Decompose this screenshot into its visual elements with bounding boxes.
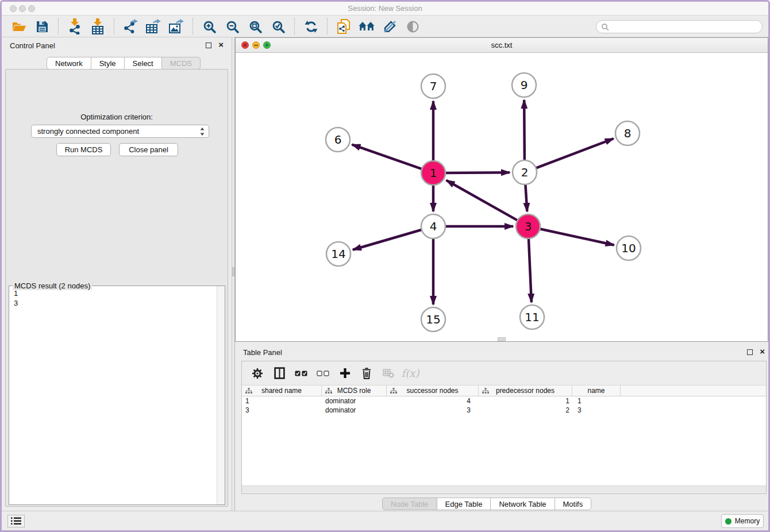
optimization-criterion-select[interactable]: strongly connected component <box>31 125 209 138</box>
control-panel-tabs: Network Style Select MCDS <box>47 57 201 70</box>
task-history-button[interactable] <box>7 515 25 527</box>
column-header-predecessor-nodes[interactable]: predecessor nodes <box>479 385 572 396</box>
tab-edge-table[interactable]: Edge Table <box>437 498 491 510</box>
import-table-button[interactable] <box>88 18 107 35</box>
cell-successor-nodes[interactable]: 4 <box>387 397 479 405</box>
refresh-layout-button[interactable] <box>301 18 321 35</box>
zoom-in-button[interactable] <box>199 18 219 35</box>
hierarchy-icon <box>482 388 489 396</box>
clone-network-icon <box>337 19 350 34</box>
graph-node-label: 7 <box>430 79 437 93</box>
graph-edge-2-9[interactable] <box>524 100 525 162</box>
graph-node-label: 6 <box>334 133 342 147</box>
delete-column-button[interactable] <box>358 365 375 382</box>
open-session-button[interactable] <box>9 18 29 35</box>
table-row[interactable]: 3 dominator 3 2 3 <box>242 406 766 415</box>
tab-style[interactable]: Style <box>91 57 125 70</box>
selected-option: strongly connected component <box>37 127 139 136</box>
annotation-pen-slash-icon <box>383 20 396 33</box>
deselect-all-columns-button[interactable] <box>314 365 332 382</box>
mcds-result-scrollbar[interactable] <box>217 286 225 504</box>
cell-name[interactable]: 3 <box>572 406 621 414</box>
tab-node-table[interactable]: Node Table <box>382 498 437 510</box>
cell-shared-name[interactable]: 3 <box>242 406 322 414</box>
cell-mcds-role[interactable]: dominator <box>322 397 387 405</box>
save-session-button[interactable] <box>32 18 52 35</box>
application-window: Session: New Session <box>0 0 770 532</box>
cell-name[interactable]: 1 <box>572 397 621 405</box>
cell-predecessor-nodes[interactable]: 1 <box>479 397 572 405</box>
save-icon <box>36 21 48 33</box>
cell-mcds-role[interactable]: dominator <box>322 406 387 414</box>
zoom-fit-button[interactable] <box>245 18 265 35</box>
run-mcds-button[interactable]: Run MCDS <box>56 143 111 156</box>
graph-edge-4-14[interactable] <box>353 229 424 250</box>
close-table-panel-icon[interactable]: × <box>760 346 765 357</box>
export-image-button[interactable] <box>167 18 186 35</box>
table-settings-button[interactable] <box>249 365 266 382</box>
mcds-result-text[interactable]: 1 3 <box>10 287 216 504</box>
export-table-button[interactable] <box>144 18 163 35</box>
zoom-selected-icon <box>272 20 285 33</box>
graph-edge-2-8[interactable] <box>534 138 614 168</box>
import-network-icon <box>68 18 82 34</box>
control-panel: Control Panel × Network Style Select MCD… <box>2 37 232 514</box>
graph-edge-1-6[interactable] <box>352 145 424 169</box>
show-columns-button[interactable] <box>271 365 288 382</box>
graph-edge-3-11[interactable] <box>529 237 532 302</box>
export-network-button[interactable] <box>121 18 140 35</box>
graph-edge-2-3[interactable] <box>525 183 527 211</box>
table-panel-header: Table Panel × <box>235 344 770 360</box>
tab-motifs[interactable]: Motifs <box>555 498 592 510</box>
add-column-button[interactable] <box>336 365 353 382</box>
close-panel-icon[interactable]: × <box>218 40 224 50</box>
node-table: shared name MCDS role successor nodes pr… <box>242 385 766 485</box>
zoom-selected-button[interactable] <box>268 18 288 35</box>
column-label: MCDS role <box>337 387 371 395</box>
graph-node-label: 15 <box>426 313 440 326</box>
graph-node-label: 8 <box>624 126 632 140</box>
function-builder-button[interactable]: f(x) <box>402 365 419 382</box>
delete-table-button[interactable] <box>380 365 397 382</box>
graph-edge-3-1[interactable] <box>446 180 519 221</box>
memory-button[interactable]: Memory <box>721 514 764 528</box>
graph-node-label: 4 <box>430 219 437 233</box>
tab-select[interactable]: Select <box>125 57 162 70</box>
float-panel-icon[interactable] <box>206 43 211 48</box>
column-header-name[interactable]: name <box>572 385 621 396</box>
clone-network-button[interactable] <box>334 18 353 35</box>
search-input[interactable] <box>611 22 762 32</box>
column-header-successor-nodes[interactable]: successor nodes <box>387 385 479 396</box>
birdseye-view-button[interactable] <box>403 18 422 35</box>
column-header-shared-name[interactable]: shared name <box>242 385 322 396</box>
table-row[interactable]: 1 dominator 4 1 1 <box>242 396 766 406</box>
tab-network-table[interactable]: Network Table <box>491 498 555 510</box>
column-header-mcds-role[interactable]: MCDS role <box>322 385 387 396</box>
graph-edge-1-2[interactable] <box>444 172 510 173</box>
close-panel-button[interactable]: Close panel <box>119 143 178 156</box>
table-horizontal-scrollbar[interactable] <box>242 485 766 494</box>
splitter-grip[interactable] <box>232 267 234 276</box>
fx-icon: f(x) <box>402 367 419 379</box>
hide-annotations-button[interactable] <box>380 18 399 35</box>
node-table-container: f(x) shared name MCDS role successor n <box>241 361 767 494</box>
network-view-window: scc.txt 7968124314101511 <box>235 37 768 342</box>
tab-network[interactable]: Network <box>47 57 91 70</box>
view-resize-grip[interactable] <box>498 337 506 341</box>
network-home-button[interactable] <box>357 18 376 35</box>
import-network-button[interactable] <box>65 18 84 35</box>
select-all-columns-button[interactable] <box>292 365 310 382</box>
cell-predecessor-nodes[interactable]: 2 <box>479 406 572 414</box>
network-canvas[interactable]: 7968124314101511 <box>236 53 768 341</box>
cell-shared-name[interactable]: 1 <box>242 397 322 405</box>
cell-successor-nodes[interactable]: 3 <box>387 406 479 414</box>
network-window-titlebar: scc.txt <box>236 38 768 53</box>
zoom-in-icon <box>203 20 216 33</box>
tab-mcds[interactable]: MCDS <box>162 57 201 70</box>
mcds-result-line: 1 <box>14 288 216 298</box>
graph-edge-3-10[interactable] <box>538 229 614 245</box>
float-table-panel-icon[interactable] <box>747 349 753 355</box>
zoom-out-button[interactable] <box>222 18 242 35</box>
table-panel: Table Panel × <box>235 344 770 514</box>
hierarchy-icon <box>390 388 397 396</box>
